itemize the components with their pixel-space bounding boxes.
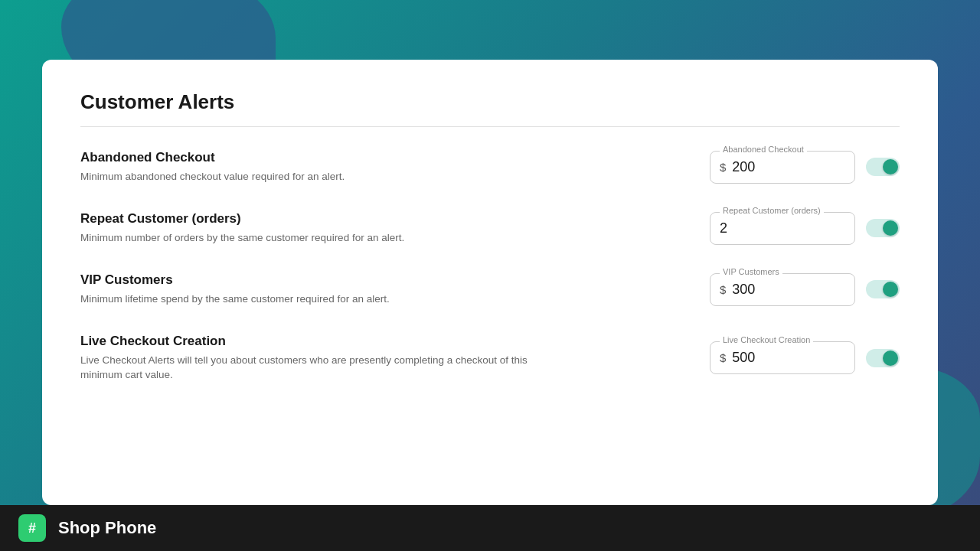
alert-title-repeat-customer: Repeat Customer (orders) <box>80 211 710 227</box>
alert-info-vip-customers: VIP CustomersMinimum lifetime spend by t… <box>80 272 710 307</box>
alert-input-label-live-checkout: Live Checkout Creation <box>720 335 813 344</box>
alert-info-live-checkout: Live Checkout CreationLive Checkout Aler… <box>80 334 710 383</box>
alert-row-vip-customers: VIP CustomersMinimum lifetime spend by t… <box>80 272 900 307</box>
bottom-bar: # Shop Phone <box>0 505 980 551</box>
currency-symbol-abandoned-checkout: $ <box>720 161 726 174</box>
alert-desc-vip-customers: Minimum lifetime spend by the same custo… <box>80 292 540 307</box>
alert-control-vip-customers: VIP Customers$300 <box>710 273 900 306</box>
alert-value-repeat-customer: 2 <box>720 220 727 236</box>
main-card: Customer Alerts Abandoned CheckoutMinimu… <box>42 60 938 505</box>
alert-input-box-vip-customers[interactable]: VIP Customers$300 <box>710 273 855 306</box>
alert-title-live-checkout: Live Checkout Creation <box>80 334 710 349</box>
currency-symbol-live-checkout: $ <box>720 351 726 364</box>
alert-input-box-live-checkout[interactable]: Live Checkout Creation$500 <box>710 341 855 374</box>
alert-info-abandoned-checkout: Abandoned CheckoutMinimum abandoned chec… <box>80 150 710 184</box>
alert-title-abandoned-checkout: Abandoned Checkout <box>80 150 710 165</box>
alert-value-row-repeat-customer: 2 <box>720 220 842 236</box>
alert-input-label-repeat-customer: Repeat Customer (orders) <box>720 206 824 215</box>
alert-desc-abandoned-checkout: Minimum abandoned checkout value require… <box>80 170 540 184</box>
alert-toggle-live-checkout[interactable] <box>866 349 900 367</box>
alert-value-row-abandoned-checkout: $200 <box>720 159 842 175</box>
brand-name: Shop Phone <box>58 518 156 538</box>
alert-control-repeat-customer: Repeat Customer (orders)2 <box>710 212 900 245</box>
alert-value-row-live-checkout: $500 <box>720 350 842 366</box>
alerts-container: Abandoned CheckoutMinimum abandoned chec… <box>80 150 900 382</box>
currency-symbol-vip-customers: $ <box>720 283 726 296</box>
title-divider <box>80 126 900 127</box>
alert-desc-live-checkout: Live Checkout Alerts will tell you about… <box>80 354 540 383</box>
alert-toggle-abandoned-checkout[interactable] <box>866 158 900 176</box>
page-title: Customer Alerts <box>80 90 900 114</box>
alert-row-repeat-customer: Repeat Customer (orders)Minimum number o… <box>80 211 900 246</box>
alert-desc-repeat-customer: Minimum number of orders by the same cus… <box>80 231 540 246</box>
alert-input-box-repeat-customer[interactable]: Repeat Customer (orders)2 <box>710 212 855 245</box>
alert-row-live-checkout: Live Checkout CreationLive Checkout Aler… <box>80 334 900 383</box>
alert-input-box-abandoned-checkout[interactable]: Abandoned Checkout$200 <box>710 151 855 184</box>
alert-value-live-checkout: 500 <box>732 350 755 366</box>
alert-row-abandoned-checkout: Abandoned CheckoutMinimum abandoned chec… <box>80 150 900 184</box>
brand-icon: # <box>18 514 46 542</box>
alert-control-live-checkout: Live Checkout Creation$500 <box>710 341 900 374</box>
alert-value-vip-customers: 300 <box>732 282 755 298</box>
alert-input-label-vip-customers: VIP Customers <box>720 267 782 276</box>
alert-toggle-repeat-customer[interactable] <box>866 219 900 237</box>
alert-toggle-vip-customers[interactable] <box>866 280 900 298</box>
alert-value-row-vip-customers: $300 <box>720 282 842 298</box>
alert-title-vip-customers: VIP Customers <box>80 272 710 288</box>
alert-input-label-abandoned-checkout: Abandoned Checkout <box>720 145 807 154</box>
alert-value-abandoned-checkout: 200 <box>732 159 755 175</box>
alert-info-repeat-customer: Repeat Customer (orders)Minimum number o… <box>80 211 710 246</box>
alert-control-abandoned-checkout: Abandoned Checkout$200 <box>710 151 900 184</box>
